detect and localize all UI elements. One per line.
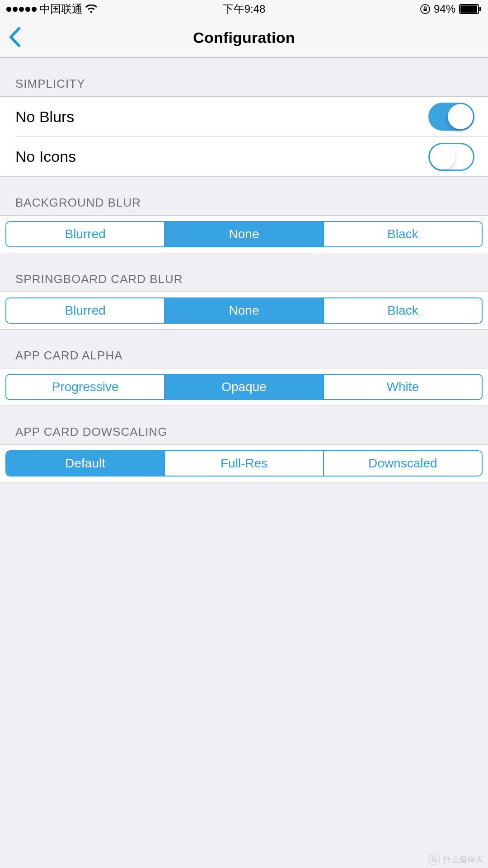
seg-alpha-progressive[interactable]: Progressive bbox=[6, 375, 164, 399]
segmented-app-card-alpha: Progressive Opaque White bbox=[5, 374, 483, 400]
segmented-background-blur: Blurred None Black bbox=[5, 221, 483, 247]
svg-rect-1 bbox=[423, 9, 427, 11]
status-time: 下午9:48 bbox=[165, 2, 324, 16]
segmented-app-card-downscaling: Default Full-Res Downscaled bbox=[5, 450, 483, 476]
svg-rect-4 bbox=[479, 7, 481, 11]
status-bar: 中国联通 下午9:48 94% bbox=[0, 0, 488, 18]
orientation-lock-icon bbox=[420, 4, 430, 14]
section-header-app-card-downscaling: APP CARD DOWSCALING bbox=[0, 406, 488, 444]
svg-rect-3 bbox=[460, 5, 477, 13]
seg-bg-black[interactable]: Black bbox=[323, 222, 482, 246]
seg-bg-none[interactable]: None bbox=[164, 222, 323, 246]
row-label-no-icons: No Icons bbox=[15, 148, 76, 165]
wifi-icon bbox=[85, 5, 97, 14]
seg-sb-black[interactable]: Black bbox=[323, 298, 482, 323]
switch-no-blurs[interactable] bbox=[428, 103, 474, 131]
page-title: Configuration bbox=[193, 29, 295, 47]
group-simplicity: No Blurs No Icons bbox=[0, 96, 488, 177]
row-no-blurs: No Blurs bbox=[0, 97, 488, 137]
switch-no-icons[interactable] bbox=[428, 143, 474, 171]
section-header-simplicity: SIMPLICITY bbox=[0, 58, 488, 96]
signal-strength-icon bbox=[6, 7, 37, 12]
seg-scale-default[interactable]: Default bbox=[6, 451, 164, 476]
section-header-app-card-alpha: APP CARD ALPHA bbox=[0, 330, 488, 368]
segmented-springboard-card-blur: Blurred None Black bbox=[5, 297, 483, 324]
seg-sb-blurred[interactable]: Blurred bbox=[6, 298, 164, 323]
carrier-label: 中国联通 bbox=[39, 2, 83, 16]
seg-scale-downscaled[interactable]: Downscaled bbox=[323, 451, 482, 476]
section-header-background-blur: BACKGROUND BLUR bbox=[0, 177, 488, 215]
seg-scale-fullres[interactable]: Full-Res bbox=[164, 451, 323, 476]
row-label-no-blurs: No Blurs bbox=[15, 108, 74, 126]
nav-bar: Configuration bbox=[0, 18, 488, 58]
seg-bg-blurred[interactable]: Blurred bbox=[6, 222, 164, 246]
back-button[interactable] bbox=[8, 27, 21, 49]
seg-alpha-white[interactable]: White bbox=[323, 375, 482, 399]
watermark: 值 什么值得买 bbox=[428, 854, 483, 865]
section-header-springboard-card-blur: SPRINGBOARD CARD BLUR bbox=[0, 253, 488, 292]
row-no-icons: No Icons bbox=[15, 137, 488, 176]
seg-alpha-opaque[interactable]: Opaque bbox=[164, 375, 323, 399]
battery-icon bbox=[459, 4, 482, 14]
battery-percent: 94% bbox=[434, 3, 455, 15]
seg-sb-none[interactable]: None bbox=[164, 298, 323, 323]
